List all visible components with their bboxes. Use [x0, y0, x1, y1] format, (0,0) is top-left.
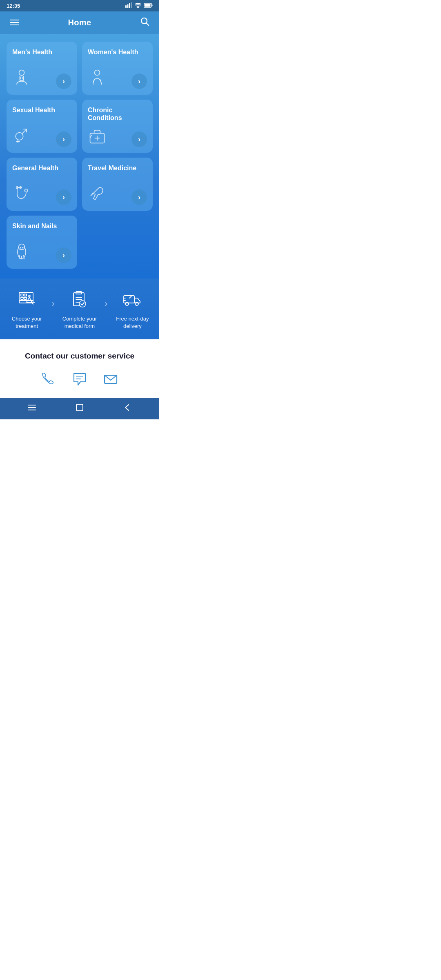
- back-icon[interactable]: [123, 403, 132, 414]
- steps-section: Choose your treatment › Complete your me…: [0, 278, 159, 339]
- svg-point-51: [79, 301, 86, 307]
- medkit-icon: [88, 126, 107, 147]
- step-chevron-2: ›: [104, 298, 108, 309]
- status-time: 12:35: [7, 3, 20, 9]
- card-bottom: ›: [88, 68, 147, 89]
- chronic-conditions-arrow[interactable]: ›: [131, 131, 147, 147]
- svg-line-33: [21, 256, 22, 259]
- general-health-arrow[interactable]: ›: [56, 189, 71, 205]
- clipboard-icon: [70, 290, 89, 311]
- mens-health-title: Men's Health: [12, 48, 71, 56]
- card-bottom: ›: [88, 184, 147, 205]
- category-card-chronic-conditions[interactable]: Chronic Conditions ›: [82, 100, 153, 153]
- truck-icon: [123, 290, 142, 311]
- svg-point-36: [22, 247, 23, 248]
- chronic-conditions-title: Chronic Conditions: [88, 106, 147, 122]
- home-nav-icon[interactable]: [75, 403, 84, 414]
- card-bottom: ›: [12, 68, 71, 89]
- category-card-skin-nails[interactable]: Skin and Nails: [7, 216, 77, 269]
- card-bottom: ›: [12, 184, 71, 205]
- svg-rect-41: [21, 297, 23, 299]
- sexual-health-title: Sexual Health: [12, 106, 71, 114]
- customer-service-section: Contact our customer service: [0, 339, 159, 398]
- recent-apps-icon[interactable]: [27, 403, 36, 414]
- svg-line-19: [22, 129, 27, 134]
- status-bar: 12:35: [0, 0, 159, 11]
- svg-line-34: [24, 255, 24, 259]
- bottom-nav: [0, 398, 159, 419]
- svg-rect-52: [124, 296, 134, 303]
- svg-line-57: [129, 296, 132, 298]
- category-card-general-health[interactable]: General Health ›: [7, 158, 77, 211]
- step-chevron-1: ›: [51, 298, 56, 309]
- womens-health-arrow[interactable]: ›: [131, 74, 147, 89]
- step-medical-form: Complete your medical form: [57, 290, 102, 330]
- page-title: Home: [68, 18, 91, 27]
- category-card-sexual-health[interactable]: Sexual Health ›: [7, 100, 77, 153]
- mens-health-arrow[interactable]: ›: [56, 74, 71, 89]
- svg-point-13: [19, 70, 24, 76]
- cs-icons-row: [7, 369, 153, 390]
- plane-icon: [88, 184, 107, 205]
- svg-point-31: [19, 244, 25, 250]
- card-bottom: ›: [12, 242, 71, 263]
- sexual-health-arrow[interactable]: ›: [56, 131, 71, 147]
- main-content: Men's Health › Women's Health: [0, 34, 159, 278]
- screen-icon: [18, 290, 36, 311]
- woman-icon: [88, 68, 107, 89]
- mans-icon: [12, 68, 31, 89]
- svg-point-4: [138, 7, 138, 8]
- svg-point-27: [24, 189, 27, 192]
- wifi-icon: [135, 2, 141, 9]
- svg-rect-3: [131, 2, 132, 8]
- app-header: Home: [0, 11, 159, 34]
- svg-line-12: [147, 23, 149, 26]
- svg-rect-6: [145, 4, 151, 7]
- skin-nails-title: Skin and Nails: [12, 222, 71, 230]
- svg-line-32: [19, 255, 20, 259]
- status-icons: [125, 2, 153, 9]
- womens-health-title: Women's Health: [88, 48, 147, 56]
- category-grid: Men's Health › Women's Health: [7, 42, 153, 269]
- battery-icon: [144, 3, 153, 9]
- svg-rect-40: [24, 294, 27, 296]
- category-card-womens-health[interactable]: Women's Health ›: [82, 42, 153, 95]
- travel-medicine-arrow[interactable]: ›: [131, 189, 147, 205]
- travel-medicine-title: Travel Medicine: [88, 164, 147, 172]
- step-choose-treatment: Choose your treatment: [4, 290, 49, 330]
- svg-point-35: [20, 247, 21, 248]
- svg-point-17: [95, 70, 100, 76]
- card-bottom: ›: [88, 126, 147, 147]
- general-health-title: General Health: [12, 164, 71, 172]
- svg-rect-39: [21, 294, 23, 296]
- customer-service-title: Contact our customer service: [7, 352, 153, 361]
- category-card-mens-health[interactable]: Men's Health ›: [7, 42, 77, 95]
- skin-nails-arrow[interactable]: ›: [56, 247, 71, 263]
- chat-icon[interactable]: [72, 372, 87, 390]
- step-delivery: Free next-day delivery: [110, 290, 155, 330]
- svg-rect-7: [152, 4, 153, 6]
- email-icon[interactable]: [103, 372, 118, 390]
- step-delivery-label: Free next-day delivery: [110, 315, 155, 330]
- search-icon[interactable]: [139, 17, 151, 28]
- phone-icon[interactable]: [41, 372, 56, 390]
- category-card-travel-medicine[interactable]: Travel Medicine ›: [82, 158, 153, 211]
- svg-rect-64: [76, 404, 83, 411]
- svg-rect-1: [127, 4, 129, 8]
- skin-icon: [12, 242, 31, 263]
- stethoscope-icon: [12, 184, 31, 205]
- card-bottom: ›: [12, 126, 71, 147]
- svg-rect-2: [129, 3, 130, 8]
- svg-point-43: [29, 295, 30, 297]
- svg-rect-0: [125, 5, 127, 8]
- svg-rect-42: [24, 297, 27, 299]
- step-medical-form-label: Complete your medical form: [57, 315, 102, 330]
- signal-icon: [125, 2, 132, 9]
- menu-icon[interactable]: [8, 18, 20, 28]
- gender-icon: [12, 126, 31, 147]
- step-choose-treatment-label: Choose your treatment: [4, 315, 49, 330]
